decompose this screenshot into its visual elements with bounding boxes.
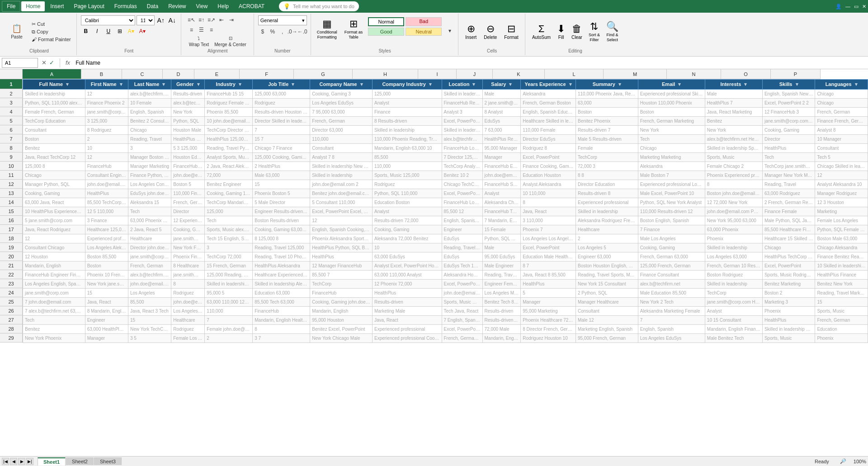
col-header-skills[interactable]: Skills ▾ [762,80,815,90]
table-row[interactable]: 12 HoustonBoston 85,500jane.smith@corp.c… [23,252,868,262]
table-cell[interactable]: 5 3 125,000 [171,144,205,153]
col-header-G[interactable]: G [294,69,353,79]
table-cell[interactable]: jane.smith@corp.com Healthcare Healthcar… [128,252,171,262]
table-cell[interactable]: Aleksandra 72,000 Benitez [372,234,442,243]
tab-next-button[interactable]: ▶ [18,458,25,465]
table-cell[interactable]: Analyst Excel, PowerPoint Houston [372,262,442,271]
sheet-tab-1[interactable]: Sheet1 [38,457,66,466]
table-cell[interactable]: Skilled in leadership Education [762,325,815,334]
table-cell[interactable]: 8 [171,280,205,289]
table-cell[interactable]: Skilled in leadership New York [310,162,373,171]
table-cell[interactable]: 3 Finance [85,216,128,225]
table-cell[interactable]: Finance Phoenix 2 [85,99,128,108]
tab-first-button[interactable]: |◀ [2,458,9,465]
increase-decimal-button[interactable]: .0→ [288,27,297,36]
table-cell[interactable]: Results-driven [171,90,205,99]
comma-button[interactable]: , [278,27,287,36]
table-cell[interactable]: Cooking, Gaming john.doe@email.com Frenc… [310,298,373,307]
table-cell[interactable]: john.doe@email.com English, Spanish Fina… [128,280,171,289]
table-cell[interactable]: Analyst Aleksandra [521,180,576,189]
table-cell[interactable]: Boston 85,500 [85,252,128,262]
table-cell[interactable]: Marketing English, Spanish [576,325,638,334]
table-cell[interactable]: Experienced professional [576,198,638,207]
table-cell[interactable]: Manager Python, SQL [23,180,85,189]
table-cell[interactable]: Female Los Angeles [815,216,868,225]
table-cell[interactable]: Chicago Skilled in leadership Finance [815,162,868,171]
table-cell[interactable]: Director Skilled in leadership Chicago [253,117,310,126]
table-cell[interactable]: Experienced professional [372,325,442,334]
decrease-font-button[interactable]: A↓ [167,15,177,25]
table-cell[interactable]: Phoenix [815,334,868,343]
table-cell[interactable]: Skilled in leadership [576,207,638,216]
table-cell[interactable]: Tech 5 [815,153,868,162]
menu-page-layout[interactable]: Page Layout [69,1,108,11]
table-cell[interactable]: Reading, Travel Marketing New York [815,289,868,298]
table-cell[interactable]: EduSys Tech 125,000 [442,262,482,271]
search-bar[interactable]: 💡 Tell me what you want to do [279,1,359,11]
table-cell[interactable]: Consultant [576,307,638,316]
cut-button[interactable]: ✂ Cut [30,21,73,28]
menu-insert[interactable]: Insert [46,1,68,11]
table-cell[interactable]: Python, SQL 110,000 alex.b@techfirm.net [23,99,85,108]
align-right-button[interactable]: ≡ [207,25,216,34]
table-cell[interactable]: Cooking, Gaming 63,000 Male [253,225,310,234]
col-header-full-name[interactable]: Full Name ▾ [23,80,85,90]
paste-button[interactable]: 📋 Paste [5,23,28,40]
table-cell[interactable]: Tech 15 English, Spanish [205,234,253,243]
table-cell[interactable]: FinanceHub [253,307,310,316]
table-cell[interactable]: Consultant [23,126,85,135]
formula-input[interactable] [74,60,866,66]
table-cell[interactable]: 63,000 Rodriguez [762,189,815,198]
table-cell[interactable]: 125,000 [372,90,442,99]
table-cell[interactable]: Rodriguez [372,180,442,189]
table-row[interactable]: Consultant8 RodriguezChicagoHouston Male… [23,126,868,135]
table-cell[interactable]: Chicago [762,243,815,252]
table-cell[interactable]: Consultant [815,144,868,153]
table-cell[interactable]: Phoenix Aleksandra Sports, Music [310,234,373,243]
col-header-industry[interactable]: Industry ▾ [205,80,253,90]
table-cell[interactable]: HealthPlus [521,280,576,289]
table-cell[interactable]: Chicago [128,126,171,135]
table-cell[interactable]: Engineer [85,316,128,325]
table-cell[interactable]: 12 [310,216,373,225]
col-header-languages[interactable]: Languages ▾ [815,80,868,90]
table-cell[interactable]: 5 Male Director [253,198,310,207]
increase-font-button[interactable]: A↑ [156,15,166,25]
table-cell[interactable]: Los Angeles Consultant Male [128,180,171,189]
table-cell[interactable]: 15 [85,289,128,298]
table-cell[interactable]: 7 English, Spanish [442,316,482,325]
table-cell[interactable]: jane.smith@corp.com 3 [171,271,205,280]
table-cell[interactable]: Female Los Angeles 125,000 [171,334,205,343]
table-cell[interactable]: Los Angeles EduSys [310,99,373,108]
table-cell[interactable]: Reading, Travel [128,135,171,144]
table-cell[interactable]: Cooking, Gaming 110,000 [205,189,253,198]
autosum-button[interactable]: Σ AutoSum [529,21,553,42]
table-cell[interactable]: Marketing Marketing [638,153,705,162]
table-cell[interactable]: Director [762,135,815,144]
menu-data[interactable]: Data [142,1,163,11]
window-restore[interactable]: ▭ [854,4,859,10]
table-cell[interactable]: New York 95,000 63,000 [705,216,762,225]
table-cell[interactable]: Rodriguez Houston 10 [521,334,576,343]
table-cell[interactable]: alex.b@techfirm.net [128,90,171,99]
table-cell[interactable]: FinanceHub Los Angeles Chicago [442,198,482,207]
table-row[interactable]: Manager Python, SQLjohn.doe@email.com Ma… [23,180,868,189]
table-cell[interactable]: Education Male HealthPlus [521,252,576,262]
table-cell[interactable]: 63,000 110,000 125,000 [205,298,253,307]
table-cell[interactable]: Benitez Phoenix [576,117,638,126]
table-cell[interactable]: 63,000 Phoenix [705,225,762,234]
table-cell[interactable]: 10 [372,243,442,252]
table-cell[interactable]: 2 Java, React 5 [128,225,171,234]
table-cell[interactable]: Reading, Travel 5 jane.smith@corp.com [482,271,521,280]
table-cell[interactable]: Director EduSys [521,135,576,144]
table-cell[interactable]: Finance Consultant [638,271,705,280]
table-cell[interactable]: Skilled in leadership [705,280,762,289]
table-cell[interactable]: Sports, Music [705,153,762,162]
table-cell[interactable]: Manager Marketing [128,162,171,171]
table-cell[interactable]: Python, SQL Houston HealthPlus [482,234,521,243]
table-row[interactable]: 12Experienced professional Manager Java,… [23,234,868,243]
table-cell[interactable]: Los Angeles 5 [576,243,638,252]
table-cell[interactable]: 7 [205,316,253,325]
table-cell[interactable]: Los Angeles Manager Director [482,289,521,298]
table-cell[interactable]: English, Spanish 63,000 [442,216,482,225]
